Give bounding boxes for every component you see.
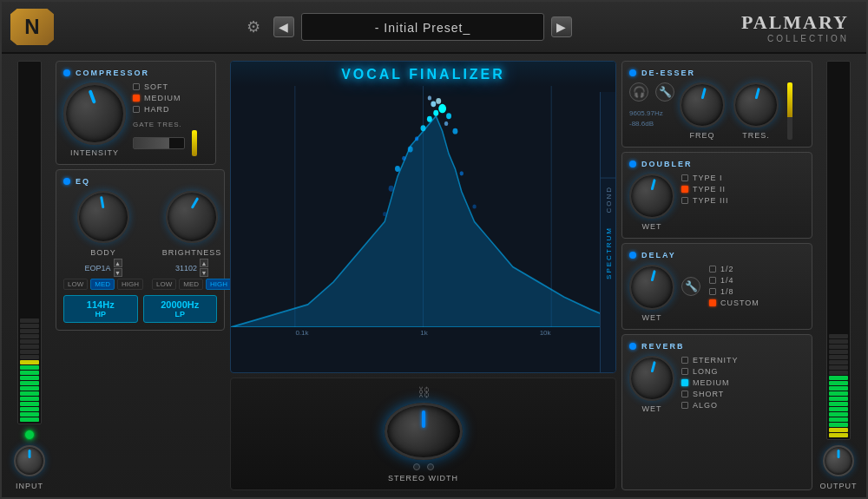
output-vu-section: OUTPUT [818,61,859,490]
body-knob[interactable] [77,191,129,243]
stereo-width-knob[interactable] [385,403,463,460]
stereo-panel: ⛓ STEREO WIDTH [230,378,616,490]
svg-point-18 [436,98,441,104]
body-low-btn[interactable]: LOW [63,279,88,290]
reverb-medium[interactable]: MEDIUM [681,378,739,387]
reverb-algo-dot [681,402,688,409]
de-esser-led[interactable] [629,69,636,76]
reverb-panel: REVERB WET ETERNITY [621,334,812,490]
vu-bar [20,355,39,359]
main-content: INPUT COMPRESSOR [2,54,866,497]
brightness-knob-col: BRIGHTNESS 31102 ▲ ▼ [152,191,232,290]
delay-custom[interactable]: CUSTOM [709,299,760,307]
bright-up-btn[interactable]: ▲ [200,259,208,267]
reverb-led[interactable] [629,343,636,350]
hp-filter-btn[interactable]: 114Hz HP [63,295,138,323]
intensity-label: INTENSITY [63,148,126,157]
reverb-long-dot [681,368,688,375]
svg-point-9 [446,113,451,119]
vu-bar [829,412,848,417]
output-knob[interactable] [823,445,854,476]
vu-bar [20,329,39,333]
svg-point-13 [389,186,394,192]
doubler-led[interactable] [629,161,636,167]
palmary-logo: PALMARY COLLECTION [741,11,858,43]
brand-name: PALMARY [741,11,849,34]
comp-hard[interactable]: HARD [133,105,208,114]
de-esser-freq-knob[interactable] [680,82,725,128]
delay-wrench-icon[interactable]: 🔧 [681,277,700,296]
doubler-wet-knob[interactable] [629,174,674,219]
input-knob[interactable] [14,445,45,476]
preset-prev-button[interactable]: ◀ [273,16,294,37]
comp-soft[interactable]: SOFT [133,82,208,91]
body-label: BODY [90,248,116,257]
body-down-btn[interactable]: ▼ [114,268,122,277]
body-type-select[interactable]: EOP1A ▲ ▼ [85,259,122,277]
vu-bar [829,355,848,359]
preset-next-button[interactable]: ▶ [551,16,572,37]
gate-slider[interactable] [133,137,185,149]
reverb-wet-knob[interactable] [629,356,674,401]
center-panels: COMPRESSOR INTENSITY [56,61,812,490]
cond-tab[interactable]: COND [601,178,615,220]
vu-bar [20,371,39,375]
preset-area: ⚙ ◀ - Initial Preset_ ▶ [71,13,741,41]
headphone-icon[interactable]: 🎧 [629,82,648,102]
svg-point-5 [421,125,426,131]
compressor-led[interactable] [63,69,70,76]
reverb-short[interactable]: SHORT [681,390,739,398]
vu-bar [20,381,39,385]
gear-button[interactable]: ⚙ [240,14,266,40]
eq-title: EQ [63,177,217,186]
reverb-eternity[interactable]: ETERNITY [681,356,739,364]
vu-bar [829,360,848,364]
doubler-title: DOUBLER [629,160,805,168]
delay-wet-knob[interactable] [629,265,674,310]
spectrum-tab[interactable]: SPECTRUM [601,220,615,286]
vu-bar [829,428,848,432]
bright-med-btn[interactable]: MED [179,279,203,290]
bright-high-btn[interactable]: HIGH [206,279,232,290]
chain-icon: ⛓ [418,385,430,399]
vu-bar [829,386,848,391]
body-up-btn[interactable]: ▲ [114,259,122,267]
doubler-panel: DOUBLER WET TYPE I [621,152,812,239]
reverb-title: REVERB [629,342,805,351]
eq-led[interactable] [63,178,70,185]
delay-led[interactable] [629,252,636,259]
reverb-long[interactable]: LONG [681,367,739,376]
brightness-knob[interactable] [166,191,218,243]
delay-eighth[interactable]: 1/8 [709,287,760,296]
input-vu-section: INPUT [9,61,50,490]
intensity-knob[interactable] [63,82,126,145]
comp-hard-dot [133,106,140,113]
svg-point-6 [427,116,432,122]
brightness-type-select[interactable]: 31102 ▲ ▼ [175,259,208,277]
doubler-type1[interactable]: TYPE I [681,174,729,182]
vu-bar [829,365,848,370]
stereo-dot-left [413,463,420,470]
compressor-mode-group: SOFT MEDIUM HARD [133,82,208,114]
delay-half[interactable]: 1/2 [709,265,760,273]
delay-title: DELAY [629,251,805,259]
wrench-icon[interactable]: 🔧 [655,82,674,102]
delay-quarter[interactable]: 1/4 [709,276,760,285]
lp-filter-btn[interactable]: 20000Hz LP [143,295,218,323]
body-med-btn[interactable]: MED [90,279,115,290]
vu-bar [829,339,848,344]
bright-down-btn[interactable]: ▼ [200,268,208,277]
bright-low-btn[interactable]: LOW [152,279,176,290]
de-esser-tres-knob[interactable] [733,82,779,128]
doubler-type2[interactable]: TYPE II [681,185,729,194]
comp-medium[interactable]: MEDIUM [133,94,208,102]
vu-bar [20,324,39,328]
body-high-btn[interactable]: HIGH [117,279,143,290]
vu-bar [20,376,39,380]
doubler-type3[interactable]: TYPE III [681,196,729,205]
svg-point-16 [383,212,386,216]
spectrum-viz [231,86,615,327]
right-panels: DE-ESSER 🎧 🔧 9605.97Hz -88.6dB [621,61,812,490]
compressor-title: COMPRESSOR [63,69,208,77]
reverb-algo[interactable]: ALGO [681,401,739,410]
